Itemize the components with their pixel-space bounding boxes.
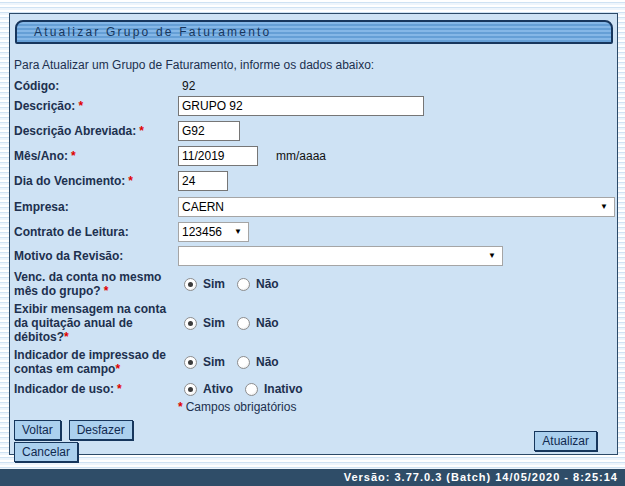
radio-option-sim[interactable]: Sim bbox=[184, 277, 225, 291]
atualizar-grupo-faturamento-panel: Atualizar Grupo de Faturamento Para Atua… bbox=[9, 13, 618, 455]
intro-text: Para Atualizar um Grupo de Faturamento, … bbox=[14, 58, 613, 72]
atualizar-button[interactable]: Atualizar bbox=[534, 431, 597, 451]
buttons-area: Voltar Desfazer Cancelar Atualizar bbox=[14, 420, 613, 462]
required-asterisk: * bbox=[104, 284, 109, 298]
radio-button[interactable] bbox=[245, 383, 258, 396]
exibir-mensagem-label: Exibir mensagem na conta da quitação anu… bbox=[14, 302, 166, 344]
voltar-button[interactable]: Voltar bbox=[14, 420, 61, 440]
required-asterisk: * bbox=[115, 362, 120, 376]
dia-vencimento-label: Dia do Vencimento: bbox=[14, 174, 125, 188]
motivo-revisao-label: Motivo da Revisão: bbox=[14, 249, 178, 263]
mes-ano-label: Mês/Ano: bbox=[14, 149, 68, 163]
descricao-abreviada-row: Descrição Abreviada:* bbox=[14, 121, 613, 141]
required-asterisk: * bbox=[178, 400, 183, 414]
version-text: Versão: 3.77.0.3 (Batch) 14/05/2020 - 8:… bbox=[344, 471, 618, 483]
radio-option-ativo[interactable]: Ativo bbox=[184, 382, 233, 396]
form-content: Para Atualizar um Grupo de Faturamento, … bbox=[10, 44, 617, 462]
contrato-leitura-selected-value: 123456 bbox=[182, 225, 222, 239]
radio-option-inativo[interactable]: Inativo bbox=[245, 382, 303, 396]
chevron-down-icon: ▼ bbox=[488, 252, 496, 260]
radio-button[interactable] bbox=[184, 383, 197, 396]
indicador-uso-row: Indicador de uso:* Ativo Inativo bbox=[14, 382, 613, 396]
codigo-row: Código: 92 bbox=[14, 79, 613, 93]
radio-option-nao[interactable]: Não bbox=[237, 355, 279, 369]
exibir-mensagem-row: Exibir mensagem na conta da quitação anu… bbox=[14, 302, 613, 344]
radio-button[interactable] bbox=[184, 317, 197, 330]
contrato-leitura-row: Contrato de Leitura: 123456 ▼ bbox=[14, 222, 613, 242]
indicador-uso-label: Indicador de uso: bbox=[14, 382, 114, 396]
motivo-revisao-row: Motivo da Revisão: ▼ bbox=[14, 246, 613, 266]
chevron-down-icon: ▼ bbox=[600, 203, 608, 211]
indicador-uso-radio-group: Ativo Inativo bbox=[184, 382, 315, 396]
venc-mesmo-mes-radio-group: Sim Não bbox=[184, 277, 291, 291]
radio-button[interactable] bbox=[237, 317, 250, 330]
required-asterisk: * bbox=[71, 149, 76, 163]
descricao-abreviada-input[interactable] bbox=[178, 121, 240, 141]
required-asterisk: * bbox=[117, 382, 122, 396]
indicador-impressao-row: Indicador de impressao de contas em camp… bbox=[14, 348, 613, 376]
mes-ano-input[interactable] bbox=[178, 146, 258, 166]
radio-button[interactable] bbox=[237, 356, 250, 369]
radio-button[interactable] bbox=[184, 356, 197, 369]
venc-mesmo-mes-label: Venc. da conta no mesmo mês do grupo? bbox=[14, 270, 161, 298]
indicador-impressao-label: Indicador de impressao de contas em camp… bbox=[14, 348, 166, 376]
venc-mesmo-mes-row: Venc. da conta no mesmo mês do grupo?* S… bbox=[14, 270, 613, 298]
version-status-bar: Versão: 3.77.0.3 (Batch) 14/05/2020 - 8:… bbox=[0, 469, 625, 486]
radio-option-nao[interactable]: Não bbox=[237, 316, 279, 330]
page-title-text: Atualizar Grupo de Faturamento bbox=[34, 25, 271, 39]
radio-button[interactable] bbox=[184, 278, 197, 291]
codigo-value: 92 bbox=[182, 79, 195, 93]
contrato-leitura-label: Contrato de Leitura: bbox=[14, 225, 178, 239]
radio-option-sim[interactable]: Sim bbox=[184, 316, 225, 330]
cancelar-button[interactable]: Cancelar bbox=[14, 442, 78, 462]
descricao-abreviada-label: Descrição Abreviada: bbox=[14, 124, 136, 138]
required-asterisk: * bbox=[64, 330, 69, 344]
descricao-input[interactable] bbox=[178, 96, 424, 116]
chevron-down-icon: ▼ bbox=[234, 228, 242, 236]
exibir-mensagem-radio-group: Sim Não bbox=[184, 316, 291, 330]
indicador-impressao-radio-group: Sim Não bbox=[184, 355, 291, 369]
empresa-selected-value: CAERN bbox=[182, 200, 224, 214]
contrato-leitura-select[interactable]: 123456 ▼ bbox=[178, 222, 249, 242]
required-asterisk: * bbox=[78, 99, 83, 113]
motivo-revisao-select[interactable]: ▼ bbox=[178, 246, 503, 266]
campos-obrigatorios-note: Campos obrigatórios bbox=[186, 400, 297, 414]
empresa-label: Empresa: bbox=[14, 200, 178, 214]
radio-option-sim[interactable]: Sim bbox=[184, 355, 225, 369]
codigo-label: Código: bbox=[14, 79, 178, 93]
dia-vencimento-input[interactable] bbox=[178, 171, 228, 191]
descricao-row: Descrição:* bbox=[14, 96, 613, 116]
desfazer-button[interactable]: Desfazer bbox=[69, 420, 133, 440]
campos-obrigatorios-row: *Campos obrigatórios bbox=[14, 400, 613, 414]
mes-ano-row: Mês/Ano:* mm/aaaa bbox=[14, 146, 613, 166]
dia-vencimento-row: Dia do Vencimento:* bbox=[14, 171, 613, 191]
radio-button[interactable] bbox=[237, 278, 250, 291]
descricao-label: Descrição: bbox=[14, 99, 75, 113]
empresa-select[interactable]: CAERN ▼ bbox=[178, 197, 615, 217]
required-asterisk: * bbox=[128, 174, 133, 188]
empresa-row: Empresa: CAERN ▼ bbox=[14, 197, 613, 217]
required-asterisk: * bbox=[139, 124, 144, 138]
radio-option-nao[interactable]: Não bbox=[237, 277, 279, 291]
page-title: Atualizar Grupo de Faturamento bbox=[15, 20, 613, 44]
mes-ano-format-hint: mm/aaaa bbox=[276, 149, 326, 163]
